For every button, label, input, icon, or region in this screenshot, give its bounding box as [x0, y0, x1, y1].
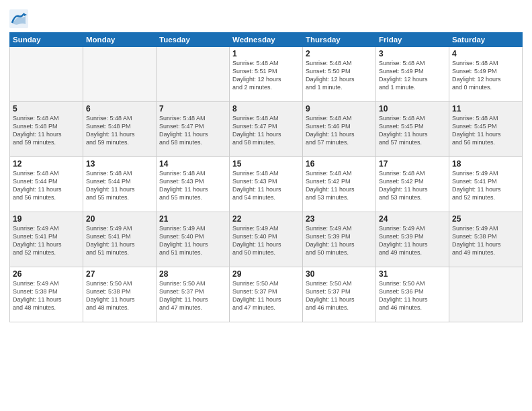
calendar-cell — [83, 47, 157, 102]
calendar-cell: 3Sunrise: 5:48 AM Sunset: 5:49 PM Daylig… — [376, 47, 449, 102]
day-info: Sunrise: 5:48 AM Sunset: 5:47 PM Dayligh… — [159, 114, 226, 147]
day-number: 7 — [159, 104, 226, 113]
calendar-cell: 2Sunrise: 5:48 AM Sunset: 5:50 PM Daylig… — [303, 47, 376, 102]
calendar-cell: 8Sunrise: 5:48 AM Sunset: 5:47 PM Daylig… — [230, 102, 303, 157]
calendar-cell: 20Sunrise: 5:49 AM Sunset: 5:41 PM Dayli… — [83, 212, 157, 267]
day-number: 19 — [13, 214, 80, 224]
day-info: Sunrise: 5:48 AM Sunset: 5:42 PM Dayligh… — [379, 169, 446, 202]
weekday-header-monday: Monday — [83, 33, 157, 47]
day-number: 8 — [232, 104, 300, 113]
day-number: 13 — [86, 159, 153, 169]
day-number: 26 — [13, 269, 80, 279]
day-info: Sunrise: 5:49 AM Sunset: 5:38 PM Dayligh… — [13, 279, 80, 312]
weekday-header-sunday: Sunday — [10, 33, 83, 47]
calendar-cell — [157, 47, 230, 102]
day-number: 17 — [379, 159, 446, 169]
day-number: 14 — [159, 159, 226, 169]
calendar-cell: 16Sunrise: 5:48 AM Sunset: 5:42 PM Dayli… — [303, 157, 376, 212]
weekday-header-friday: Friday — [376, 33, 449, 47]
day-info: Sunrise: 5:48 AM Sunset: 5:48 PM Dayligh… — [86, 114, 153, 147]
day-number: 9 — [306, 104, 373, 113]
day-info: Sunrise: 5:48 AM Sunset: 5:45 PM Dayligh… — [452, 114, 519, 147]
day-info: Sunrise: 5:48 AM Sunset: 5:48 PM Dayligh… — [13, 114, 80, 147]
calendar-week-row: 19Sunrise: 5:49 AM Sunset: 5:41 PM Dayli… — [10, 212, 523, 267]
calendar-cell: 24Sunrise: 5:49 AM Sunset: 5:39 PM Dayli… — [376, 212, 449, 267]
weekday-header-thursday: Thursday — [303, 33, 376, 47]
logo — [9, 9, 31, 28]
day-info: Sunrise: 5:50 AM Sunset: 5:37 PM Dayligh… — [159, 279, 226, 312]
day-info: Sunrise: 5:49 AM Sunset: 5:38 PM Dayligh… — [452, 224, 519, 257]
calendar-cell: 19Sunrise: 5:49 AM Sunset: 5:41 PM Dayli… — [10, 212, 83, 267]
day-info: Sunrise: 5:50 AM Sunset: 5:37 PM Dayligh… — [232, 279, 300, 312]
day-info: Sunrise: 5:50 AM Sunset: 5:36 PM Dayligh… — [379, 279, 446, 312]
day-info: Sunrise: 5:48 AM Sunset: 5:49 PM Dayligh… — [379, 59, 446, 92]
day-number: 2 — [306, 49, 373, 58]
day-info: Sunrise: 5:49 AM Sunset: 5:40 PM Dayligh… — [232, 224, 300, 257]
calendar: SundayMondayTuesdayWednesdayThursdayFrid… — [9, 32, 523, 322]
calendar-cell — [449, 267, 523, 322]
calendar-cell: 27Sunrise: 5:50 AM Sunset: 5:38 PM Dayli… — [83, 267, 157, 322]
weekday-header-wednesday: Wednesday — [230, 33, 303, 47]
calendar-cell: 18Sunrise: 5:49 AM Sunset: 5:41 PM Dayli… — [449, 157, 523, 212]
day-info: Sunrise: 5:48 AM Sunset: 5:45 PM Dayligh… — [379, 114, 446, 147]
day-info: Sunrise: 5:49 AM Sunset: 5:41 PM Dayligh… — [13, 224, 80, 257]
calendar-week-row: 5Sunrise: 5:48 AM Sunset: 5:48 PM Daylig… — [10, 102, 523, 157]
day-number: 20 — [86, 214, 153, 224]
calendar-cell: 26Sunrise: 5:49 AM Sunset: 5:38 PM Dayli… — [10, 267, 83, 322]
calendar-week-row: 26Sunrise: 5:49 AM Sunset: 5:38 PM Dayli… — [10, 267, 523, 322]
calendar-cell: 9Sunrise: 5:48 AM Sunset: 5:46 PM Daylig… — [303, 102, 376, 157]
day-number: 30 — [306, 269, 373, 279]
day-info: Sunrise: 5:49 AM Sunset: 5:41 PM Dayligh… — [86, 224, 153, 257]
day-number: 16 — [306, 159, 373, 169]
day-info: Sunrise: 5:48 AM Sunset: 5:42 PM Dayligh… — [306, 169, 373, 202]
calendar-cell: 22Sunrise: 5:49 AM Sunset: 5:40 PM Dayli… — [230, 212, 303, 267]
day-number: 11 — [452, 104, 519, 113]
day-info: Sunrise: 5:48 AM Sunset: 5:43 PM Dayligh… — [159, 169, 226, 202]
day-number: 6 — [86, 104, 153, 113]
day-info: Sunrise: 5:48 AM Sunset: 5:49 PM Dayligh… — [452, 59, 519, 92]
day-number: 4 — [452, 49, 519, 58]
day-info: Sunrise: 5:50 AM Sunset: 5:38 PM Dayligh… — [86, 279, 153, 312]
calendar-cell: 29Sunrise: 5:50 AM Sunset: 5:37 PM Dayli… — [230, 267, 303, 322]
day-info: Sunrise: 5:48 AM Sunset: 5:51 PM Dayligh… — [232, 59, 300, 92]
day-number: 21 — [159, 214, 226, 224]
calendar-cell — [10, 47, 83, 102]
day-number: 29 — [232, 269, 300, 279]
day-info: Sunrise: 5:50 AM Sunset: 5:37 PM Dayligh… — [306, 279, 373, 312]
day-number: 5 — [13, 104, 80, 113]
day-number: 3 — [379, 49, 446, 58]
calendar-cell: 6Sunrise: 5:48 AM Sunset: 5:48 PM Daylig… — [83, 102, 157, 157]
day-number: 1 — [232, 49, 300, 58]
day-info: Sunrise: 5:49 AM Sunset: 5:39 PM Dayligh… — [306, 224, 373, 257]
day-number: 24 — [379, 214, 446, 224]
weekday-header-tuesday: Tuesday — [157, 33, 230, 47]
day-number: 12 — [13, 159, 80, 169]
calendar-cell: 14Sunrise: 5:48 AM Sunset: 5:43 PM Dayli… — [157, 157, 230, 212]
calendar-week-row: 1Sunrise: 5:48 AM Sunset: 5:51 PM Daylig… — [10, 47, 523, 102]
calendar-cell: 7Sunrise: 5:48 AM Sunset: 5:47 PM Daylig… — [157, 102, 230, 157]
calendar-cell: 30Sunrise: 5:50 AM Sunset: 5:37 PM Dayli… — [303, 267, 376, 322]
calendar-cell: 12Sunrise: 5:48 AM Sunset: 5:44 PM Dayli… — [10, 157, 83, 212]
calendar-cell: 13Sunrise: 5:48 AM Sunset: 5:44 PM Dayli… — [83, 157, 157, 212]
calendar-cell: 4Sunrise: 5:48 AM Sunset: 5:49 PM Daylig… — [449, 47, 523, 102]
day-info: Sunrise: 5:48 AM Sunset: 5:47 PM Dayligh… — [232, 114, 300, 147]
calendar-cell: 5Sunrise: 5:48 AM Sunset: 5:48 PM Daylig… — [10, 102, 83, 157]
calendar-cell: 1Sunrise: 5:48 AM Sunset: 5:51 PM Daylig… — [230, 47, 303, 102]
day-info: Sunrise: 5:48 AM Sunset: 5:44 PM Dayligh… — [13, 169, 80, 202]
day-info: Sunrise: 5:49 AM Sunset: 5:40 PM Dayligh… — [159, 224, 226, 257]
logo-icon — [9, 9, 28, 28]
calendar-cell: 31Sunrise: 5:50 AM Sunset: 5:36 PM Dayli… — [376, 267, 449, 322]
day-number: 22 — [232, 214, 300, 224]
day-number: 27 — [86, 269, 153, 279]
day-number: 25 — [452, 214, 519, 224]
calendar-cell: 23Sunrise: 5:49 AM Sunset: 5:39 PM Dayli… — [303, 212, 376, 267]
calendar-week-row: 12Sunrise: 5:48 AM Sunset: 5:44 PM Dayli… — [10, 157, 523, 212]
day-number: 23 — [306, 214, 373, 224]
day-info: Sunrise: 5:48 AM Sunset: 5:46 PM Dayligh… — [306, 114, 373, 147]
calendar-cell: 15Sunrise: 5:48 AM Sunset: 5:43 PM Dayli… — [230, 157, 303, 212]
weekday-header-row: SundayMondayTuesdayWednesdayThursdayFrid… — [10, 33, 523, 47]
calendar-cell: 10Sunrise: 5:48 AM Sunset: 5:45 PM Dayli… — [376, 102, 449, 157]
day-number: 31 — [379, 269, 446, 279]
calendar-cell: 17Sunrise: 5:48 AM Sunset: 5:42 PM Dayli… — [376, 157, 449, 212]
day-number: 18 — [452, 159, 519, 169]
